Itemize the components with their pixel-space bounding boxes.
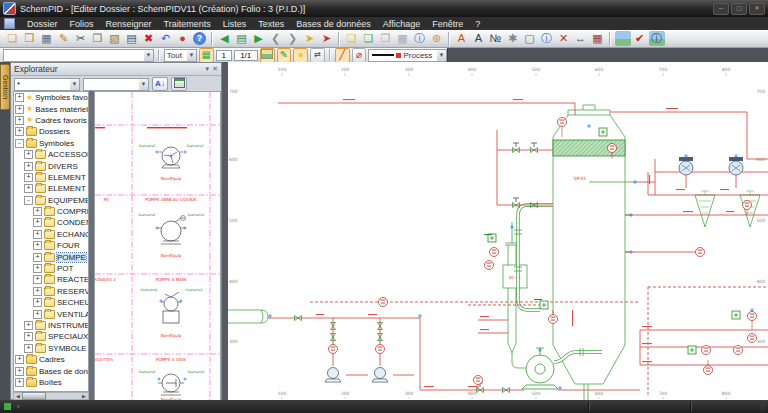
tree-item-condenseur[interactable]: +CONDENSEUR — [14, 217, 88, 228]
print-icon[interactable]: ▤ — [124, 31, 140, 46]
zone-select-icon[interactable]: ▢ — [522, 31, 538, 46]
open-dossier-icon[interactable]: ❒ — [22, 31, 38, 46]
panel-pin-icon[interactable]: ▾ — [206, 65, 210, 73]
material-filter-combo[interactable]: ▼ — [83, 78, 149, 91]
menu-affichage[interactable]: Affichage — [377, 19, 426, 29]
tree-item-pompe[interactable]: +POMPE — [14, 251, 88, 262]
chevron-down-icon[interactable]: ▼ — [70, 79, 79, 90]
goto-next-icon[interactable]: ➤ — [319, 31, 335, 46]
menu-fen-tre[interactable]: Fenêtre — [426, 19, 469, 29]
page-grid-icon[interactable]: ▦ — [395, 31, 411, 46]
tree-item-echangeur[interactable]: +ECHANGEUR — [14, 229, 88, 240]
sort-az-button[interactable]: A↓ — [152, 77, 168, 91]
tree-item-symbole-modele[interactable]: +SYMBOLE MODELE — [14, 343, 88, 354]
copy-pages-icon[interactable]: ❐ — [378, 31, 394, 46]
palette-cell-pump-anneau-liquide[interactable]: POMPE ANNEAU LIQUIDE PE DiametreE Diamet… — [95, 197, 204, 258]
table-delete-icon[interactable]: ▦ — [590, 31, 606, 46]
image-info-icon[interactable]: ⓘ — [649, 31, 665, 46]
tree-item-compresseur[interactable]: +COMPRESSEUR — [14, 206, 88, 217]
expander-icon[interactable]: + — [33, 298, 42, 307]
expander-icon[interactable]: + — [33, 310, 42, 319]
tree-item-pot[interactable]: +POT — [14, 263, 88, 274]
scrubber-sc01[interactable] — [503, 222, 527, 368]
menu-dossier[interactable]: Dossier — [21, 19, 64, 29]
expander-icon[interactable]: + — [15, 378, 24, 387]
tree-item-bases-mat-riels-favorites[interactable]: +★Bases matériels favorites — [14, 103, 88, 114]
menu-renseigner[interactable]: Renseigner — [100, 19, 158, 29]
symbol-filter-input[interactable] — [17, 80, 63, 89]
expander-icon[interactable]: + — [33, 275, 42, 284]
expander-icon[interactable]: + — [15, 127, 24, 136]
symbol-filter-combo[interactable]: ▼ — [14, 78, 80, 91]
zone-combo[interactable]: Tout ▼ — [164, 49, 197, 62]
expander-icon[interactable]: + — [24, 162, 33, 171]
next-folio-icon[interactable]: ▶ — [251, 31, 267, 46]
palette-cell-pump-1[interactable]: DiametreE DiametreS DiametreS NomEquip N… — [95, 127, 203, 181]
expander-icon[interactable]: + — [33, 253, 42, 262]
tree-item-symboles[interactable]: -Symboles — [14, 138, 88, 149]
expander-icon[interactable]: + — [15, 367, 24, 376]
erase-icon[interactable]: ✕ — [556, 31, 572, 46]
validate-icon[interactable]: ✔ — [632, 31, 648, 46]
tree-item-cadres-favoris[interactable]: +★Cadres favoris — [14, 115, 88, 126]
tools-icon[interactable]: ✱ — [505, 31, 521, 46]
menu-listes[interactable]: Listes — [217, 19, 253, 29]
symbol-search-combo[interactable]: ▼ — [3, 49, 154, 62]
palette-cell-pump-a-main[interactable]: POMPE A MAIN ROVAIES 2 DiametreE Diametr… — [95, 277, 202, 338]
strainer-cones[interactable] — [695, 191, 760, 227]
page-info-icon[interactable]: ⓘ — [412, 31, 428, 46]
storage-drum[interactable] — [228, 310, 268, 323]
menu-bases-de-donn-es[interactable]: Bases de données — [290, 19, 377, 29]
draw-line-circle-button[interactable]: ⌀ — [352, 48, 367, 63]
drawing-canvas[interactable]: 100 200 300 400 500 600 700 800 100 200 … — [228, 62, 768, 400]
draw-pencil-button[interactable]: ✎ — [277, 48, 292, 63]
tree-item-four[interactable]: +FOUR — [14, 240, 88, 251]
swap-parameters-button[interactable]: ⇄ — [310, 48, 325, 63]
line-style-combo[interactable]: Process ▼ — [368, 49, 447, 62]
tree-item-element-de-tuyaut[interactable]: +ELEMENT DE TUYAUT — [14, 172, 88, 183]
tree-horizontal-scrollbar[interactable]: ◀ ▶ — [13, 392, 89, 400]
chevron-down-icon[interactable]: ▼ — [139, 79, 148, 90]
expander-icon[interactable]: + — [24, 344, 33, 353]
folio-view-button[interactable] — [171, 77, 187, 91]
minimize-button[interactable]: ─ — [713, 3, 729, 15]
frame-orientation-button[interactable] — [260, 48, 275, 63]
goto-previous-icon[interactable]: ➤ — [302, 31, 318, 46]
chevron-down-icon[interactable]: ▼ — [437, 50, 446, 61]
tab-gestion[interactable]: Gestion — [0, 64, 10, 110]
page-settings-icon[interactable]: ⊛ — [429, 31, 445, 46]
expander-icon[interactable]: + — [33, 287, 42, 296]
expander-icon[interactable]: + — [33, 241, 42, 250]
expander-icon[interactable]: + — [24, 321, 33, 330]
panel-close-icon[interactable]: ✕ — [212, 65, 218, 73]
material-filter-input[interactable] — [86, 80, 132, 89]
copy-icon[interactable]: ❐ — [90, 31, 106, 46]
expander-icon[interactable]: + — [33, 207, 42, 216]
draw-line-button[interactable]: ╱ — [335, 48, 350, 63]
tree-item-reservoir[interactable]: +RESERVOIR — [14, 286, 88, 297]
paste-icon[interactable]: ▧ — [107, 31, 123, 46]
pumps-dosing[interactable] — [325, 157, 743, 382]
expander-icon[interactable]: + — [24, 332, 33, 341]
tree-item-accessoire[interactable]: +ACCESSOIRE — [14, 149, 88, 160]
pump-centrifugal[interactable] — [522, 348, 558, 389]
add-page-icon[interactable]: ❏ — [361, 31, 377, 46]
menu-?[interactable]: ? — [469, 19, 486, 29]
folio-count-field[interactable] — [234, 50, 258, 61]
text-icon[interactable]: A — [471, 31, 487, 46]
menu-traitements[interactable]: Traitements — [158, 19, 217, 29]
text-style-icon[interactable]: A — [454, 31, 470, 46]
image-icon[interactable] — [615, 31, 631, 46]
tree-item-ventilateur[interactable]: +VENTILATEUR — [14, 308, 88, 319]
help-icon[interactable]: ? — [193, 32, 206, 45]
grid-toggle-button[interactable]: ▦ — [199, 48, 214, 63]
chevron-down-icon[interactable]: ▼ — [144, 50, 153, 61]
expander-icon[interactable]: + — [15, 355, 24, 364]
expander-icon[interactable]: - — [15, 139, 24, 148]
chevron-down-icon[interactable]: ▼ — [187, 50, 196, 61]
valves[interactable] — [295, 143, 538, 393]
tree-item-equipement[interactable]: -EQUIPEMENT — [14, 195, 88, 206]
expander-icon[interactable]: - — [24, 196, 33, 205]
tree-item-reacteur[interactable]: +REACTEUR — [14, 274, 88, 285]
tree-item-secheur[interactable]: +SECHEUR — [14, 297, 88, 308]
